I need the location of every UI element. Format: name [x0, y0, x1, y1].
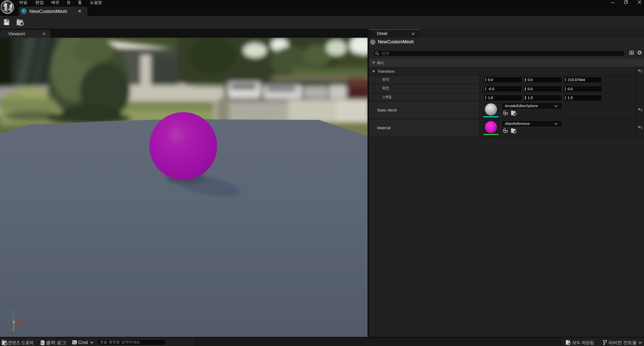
svg-text:Y: Y [12, 328, 15, 333]
svg-text:Z: Z [12, 310, 14, 315]
svg-text:X: X [24, 320, 27, 325]
